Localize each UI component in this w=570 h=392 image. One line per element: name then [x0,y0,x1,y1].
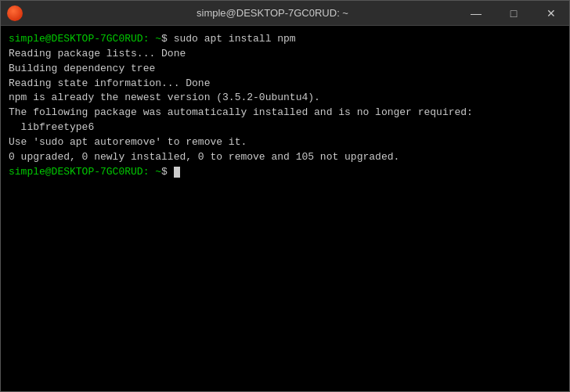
output-line-1: Reading package lists... Done [9,47,561,62]
output-line-2: Building dependency tree [9,62,561,77]
prompt-1: simple@DESKTOP-7GC0RUD: ~ [9,33,161,45]
prompt-final: simple@DESKTOP-7GC0RUD: ~$ [9,165,561,180]
output-line-5: The following package was automatically … [9,106,561,120]
minimize-button[interactable]: — [458,1,494,26]
close-button[interactable]: ✕ [533,1,569,26]
command-line-1: simple@DESKTOP-7GC0RUD: ~$ sudo apt inst… [9,32,561,47]
output-line-7: Use 'sudo apt autoremove' to remove it. [9,135,561,150]
window-controls: — □ ✕ [458,1,569,26]
output-line-3: Reading state information... Done [9,77,561,92]
prompt-2: simple@DESKTOP-7GC0RUD: ~ [9,166,161,178]
cursor [174,167,180,178]
output-line-6: libfreetype6 [9,120,561,135]
output-line-8: 0 upgraded, 0 newly installed, 0 to remo… [9,150,561,165]
maximize-button[interactable]: □ [496,1,532,26]
app-icon [7,5,23,21]
terminal-window: simple@DESKTOP-7GC0RUD: ~ — □ ✕ simple@D… [0,0,570,392]
terminal-body[interactable]: simple@DESKTOP-7GC0RUD: ~$ sudo apt inst… [1,26,569,391]
output-line-4: npm is already the newest version (3.5.2… [9,91,561,106]
window-title: simple@DESKTOP-7GC0RUD: ~ [29,7,516,19]
titlebar: simple@DESKTOP-7GC0RUD: ~ — □ ✕ [1,1,569,26]
